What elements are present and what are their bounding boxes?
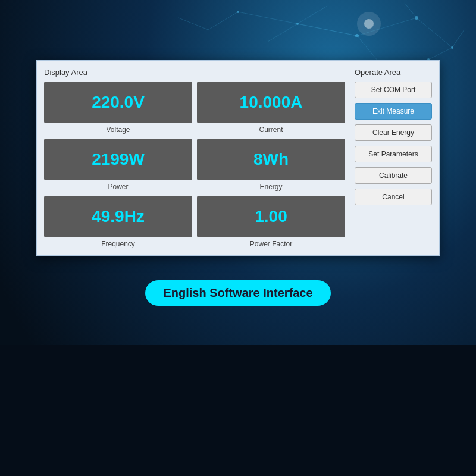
button-group: Set COM Port Exit Measure Clear Energy S… [355, 82, 432, 205]
voltage-cell: 220.0V Voltage [44, 82, 192, 134]
exit-measure-button[interactable]: Exit Measure [355, 103, 432, 120]
power-cell: 2199W Power [44, 139, 192, 191]
set-parameters-button[interactable]: Set Parameters [355, 146, 432, 162]
energy-display: 8Wh [197, 139, 345, 180]
voltage-value: 220.0V [92, 93, 145, 112]
frequency-cell: 49.9Hz Frequency [44, 196, 192, 248]
power-factor-display: 1.00 [197, 196, 345, 237]
power-factor-label: Power Factor [250, 240, 292, 248]
power-label: Power [108, 183, 128, 191]
current-cell: 10.000A Current [197, 82, 345, 134]
bottom-label-container: English Software Interface [145, 280, 330, 306]
set-com-port-button[interactable]: Set COM Port [355, 82, 432, 98]
display-area: Display Area 220.0V Voltage 10.000A [44, 68, 345, 248]
energy-label: Energy [259, 183, 282, 191]
current-value: 10.000A [240, 93, 303, 112]
calibrate-button[interactable]: Calibrate [355, 167, 432, 184]
frequency-value: 49.9Hz [92, 207, 145, 226]
current-label: Current [259, 126, 283, 134]
frequency-display: 49.9Hz [44, 196, 192, 237]
power-value: 2199W [92, 150, 145, 169]
metrics-grid: 220.0V Voltage 10.000A Current [44, 82, 345, 248]
power-factor-value: 1.00 [255, 207, 287, 226]
voltage-label: Voltage [106, 126, 130, 134]
power-display: 2199W [44, 139, 192, 180]
operate-area-title: Operate Area [355, 68, 432, 77]
bottom-label: English Software Interface [145, 280, 330, 306]
current-display: 10.000A [197, 82, 345, 123]
display-area-title: Display Area [44, 68, 345, 77]
power-factor-cell: 1.00 Power Factor [197, 196, 345, 248]
voltage-display: 220.0V [44, 82, 192, 123]
energy-value: 8Wh [253, 150, 289, 169]
cancel-button[interactable]: Cancel [355, 189, 432, 205]
app-window: Display Area 220.0V Voltage 10.000A [36, 60, 440, 256]
frequency-label: Frequency [101, 240, 135, 248]
clear-energy-button[interactable]: Clear Energy [355, 124, 432, 141]
energy-cell: 8Wh Energy [197, 139, 345, 191]
operate-area: Operate Area Set COM Port Exit Measure C… [355, 68, 432, 248]
